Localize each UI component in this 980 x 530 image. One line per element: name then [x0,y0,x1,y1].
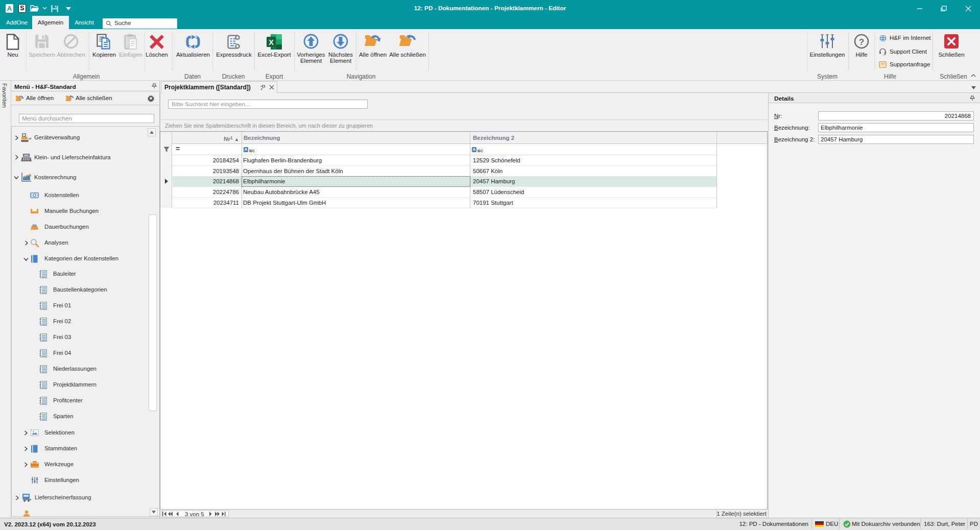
svg-text:?: ? [859,37,864,47]
svg-text:X: X [269,38,274,46]
